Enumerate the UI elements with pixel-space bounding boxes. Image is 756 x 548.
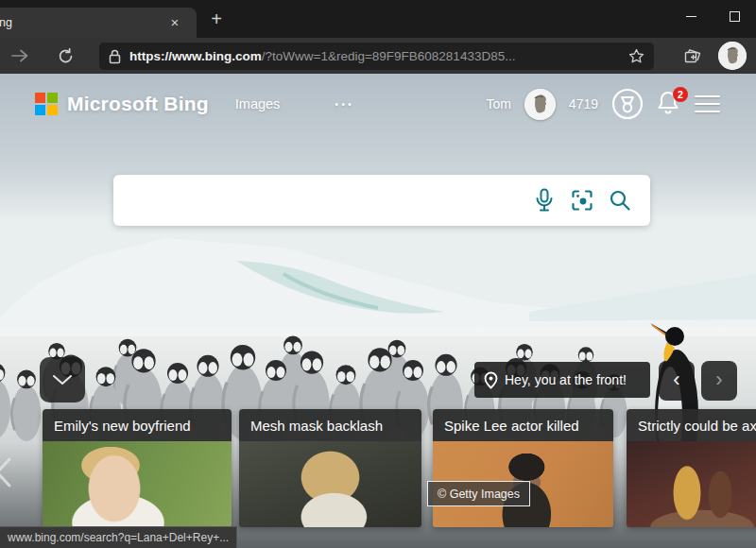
browser-tab-bing[interactable]: Bing × [0, 8, 197, 38]
microphone-icon [534, 188, 555, 213]
news-card-emily[interactable]: Emily's new boyfriend [43, 409, 232, 527]
image-info-expand-button[interactable] [40, 357, 85, 402]
news-card-spike-lee[interactable]: Spike Lee actor killed [433, 409, 613, 527]
image-hotspot-tooltip: Hey, you at the front! [474, 362, 650, 398]
ms-logo-green [47, 93, 58, 103]
tab-strip: Bing × + [0, 0, 756, 38]
rewards-points[interactable]: 4719 [569, 96, 598, 111]
tab-title: Bing [0, 16, 12, 29]
visual-search-button[interactable] [563, 181, 601, 219]
news-card-title: Spike Lee actor killed [433, 409, 613, 441]
news-card-image-emily [43, 441, 232, 527]
rewards-medal-icon[interactable] [611, 88, 644, 120]
refresh-icon [58, 48, 74, 64]
notification-badge: 2 [673, 87, 688, 102]
search-input[interactable] [113, 175, 525, 226]
ms-logo-red [35, 93, 45, 103]
image-credit-badge: © Getty Images [427, 481, 530, 506]
carousel-next-button[interactable]: › [701, 361, 737, 401]
minimize-icon [686, 16, 696, 17]
url-query: /?toWww=1&redig=89F9FB608281433D85... [262, 49, 516, 63]
browser-profile-avatar[interactable] [718, 42, 747, 70]
chevron-right-icon: › [715, 368, 722, 392]
chevron-left-icon: ‹ [673, 368, 679, 392]
nav-more-button[interactable]: ••• [335, 98, 354, 110]
url-domain: https://www.bing.com [129, 49, 262, 63]
bing-header: Microsoft Bing Images ••• Tom 4719 2 [0, 83, 756, 125]
ms-logo-yellow [47, 105, 58, 115]
new-tab-button[interactable]: + [204, 8, 229, 32]
tooltip-text: Hey, you at the front! [505, 372, 627, 387]
carousel-previous-button[interactable]: ‹ [659, 361, 695, 401]
page-content: Microsoft Bing Images ••• Tom 4719 2 [0, 74, 756, 548]
search-box [113, 175, 650, 226]
header-right: Tom 4719 2 [486, 83, 720, 125]
search-magnifier-icon [609, 189, 631, 212]
collections-icon [684, 48, 702, 66]
nav-images-link[interactable]: Images [235, 96, 281, 111]
news-card-title: Strictly could be ax [627, 409, 756, 441]
user-portrait-icon [524, 89, 556, 120]
collections-button[interactable] [679, 43, 707, 71]
chevron-down-icon [52, 374, 73, 385]
notifications-button[interactable]: 2 [657, 90, 681, 118]
minimize-button[interactable] [669, 0, 713, 32]
browser-toolbar: https://www.bing.com/?toWww=1&redig=89F9… [0, 38, 756, 74]
lock-icon [109, 49, 121, 64]
favorites-star-icon[interactable] [628, 48, 644, 64]
url-text: https://www.bing.com/?toWww=1&redig=89F9… [129, 49, 628, 63]
maximize-icon [730, 11, 740, 22]
user-name[interactable]: Tom [486, 96, 510, 111]
news-card-mesh-mask[interactable]: Mesh mask backlash [239, 409, 421, 527]
ms-logo-blue [35, 105, 45, 115]
user-avatar[interactable] [524, 89, 556, 120]
forward-arrow-icon [11, 49, 28, 62]
bing-logo-text[interactable]: Microsoft Bing [67, 93, 209, 115]
tab-close-icon[interactable]: × [166, 14, 183, 31]
news-card-image-strictly [627, 441, 756, 527]
status-bar-link-preview: www.bing.com/search?q=Lana+Del+Rey+... [0, 526, 237, 548]
link-preview-text: www.bing.com/search?q=Lana+Del+Rey+... [8, 531, 229, 544]
refresh-button[interactable] [51, 42, 79, 70]
microsoft-logo-icon[interactable] [35, 93, 58, 115]
news-card-strictly[interactable]: Strictly could be ax [627, 409, 756, 527]
forward-button[interactable] [6, 42, 34, 70]
news-card-title: Emily's new boyfriend [43, 409, 232, 441]
maximize-button[interactable] [713, 0, 756, 32]
location-pin-icon [484, 371, 498, 389]
hamburger-menu-icon[interactable] [695, 95, 720, 113]
news-card-title: Mesh mask backlash [239, 409, 421, 441]
search-submit-button[interactable] [601, 181, 639, 219]
edge-cropped-x-icon [0, 454, 15, 491]
window-controls [669, 0, 756, 32]
news-card-image-mesh-mask [239, 441, 421, 527]
address-bar[interactable]: https://www.bing.com/?toWww=1&redig=89F9… [99, 43, 654, 70]
visual-search-icon [571, 189, 593, 212]
browser-window: Bing × + https://www.bing.com/?toWww=1&r… [0, 0, 756, 548]
profile-portrait-icon [718, 42, 747, 70]
voice-search-button[interactable] [525, 181, 563, 219]
